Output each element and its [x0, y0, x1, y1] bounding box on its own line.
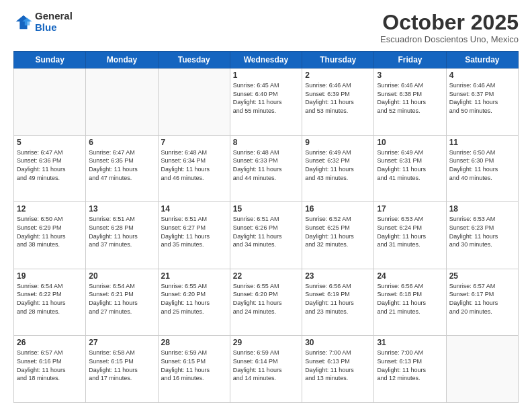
header-saturday: Saturday	[446, 52, 518, 68]
week-row-1: 5Sunrise: 6:47 AM Sunset: 6:36 PM Daylig…	[14, 135, 519, 202]
day-number-26: 26	[17, 338, 83, 347]
calendar-cell-1-6: 11Sunrise: 6:50 AM Sunset: 6:30 PM Dayli…	[446, 135, 518, 202]
day-number-2: 2	[305, 71, 371, 80]
calendar-table: Sunday Monday Tuesday Wednesday Thursday…	[13, 51, 519, 403]
day-number-16: 16	[305, 204, 371, 214]
header-tuesday: Tuesday	[158, 52, 230, 68]
day-number-6: 6	[89, 138, 154, 147]
calendar-cell-3-3: 22Sunrise: 6:55 AM Sunset: 6:20 PM Dayli…	[230, 269, 302, 336]
calendar-cell-4-0: 26Sunrise: 6:57 AM Sunset: 6:16 PM Dayli…	[14, 336, 86, 403]
day-info-7: Sunrise: 6:48 AM Sunset: 6:34 PM Dayligh…	[161, 148, 227, 182]
week-row-3: 19Sunrise: 6:54 AM Sunset: 6:22 PM Dayli…	[14, 269, 519, 336]
calendar-cell-1-2: 7Sunrise: 6:48 AM Sunset: 6:34 PM Daylig…	[158, 135, 230, 202]
day-info-17: Sunrise: 6:53 AM Sunset: 6:24 PM Dayligh…	[377, 215, 443, 248]
day-info-27: Sunrise: 6:58 AM Sunset: 6:15 PM Dayligh…	[89, 349, 154, 382]
day-number-24: 24	[377, 271, 443, 281]
logo-blue: Blue	[35, 22, 73, 34]
calendar-cell-3-0: 19Sunrise: 6:54 AM Sunset: 6:22 PM Dayli…	[14, 269, 86, 336]
calendar-cell-1-4: 9Sunrise: 6:49 AM Sunset: 6:32 PM Daylig…	[302, 135, 374, 202]
day-info-6: Sunrise: 6:47 AM Sunset: 6:35 PM Dayligh…	[89, 148, 154, 182]
day-info-30: Sunrise: 7:00 AM Sunset: 6:13 PM Dayligh…	[305, 349, 371, 382]
logo-icon	[13, 13, 32, 32]
day-number-21: 21	[161, 271, 227, 281]
calendar-cell-3-6: 25Sunrise: 6:57 AM Sunset: 6:17 PM Dayli…	[446, 269, 518, 336]
calendar-cell-0-4: 2Sunrise: 6:46 AM Sunset: 6:39 PM Daylig…	[302, 68, 374, 136]
calendar-cell-4-1: 27Sunrise: 6:58 AM Sunset: 6:15 PM Dayli…	[86, 336, 158, 403]
header-wednesday: Wednesday	[230, 52, 302, 68]
day-number-18: 18	[449, 204, 515, 214]
calendar-cell-3-5: 24Sunrise: 6:56 AM Sunset: 6:18 PM Dayli…	[374, 269, 446, 336]
calendar-cell-3-2: 21Sunrise: 6:55 AM Sunset: 6:20 PM Dayli…	[158, 269, 230, 336]
header-thursday: Thursday	[302, 52, 374, 68]
header-friday: Friday	[374, 52, 446, 68]
calendar-cell-3-4: 23Sunrise: 6:56 AM Sunset: 6:19 PM Dayli…	[302, 269, 374, 336]
day-number-5: 5	[17, 138, 83, 147]
logo: General Blue	[13, 11, 73, 33]
header-sunday: Sunday	[14, 52, 86, 68]
day-number-4: 4	[449, 71, 515, 80]
day-number-30: 30	[305, 338, 371, 347]
day-number-29: 29	[233, 338, 299, 347]
day-info-13: Sunrise: 6:51 AM Sunset: 6:28 PM Dayligh…	[89, 215, 154, 248]
day-info-4: Sunrise: 6:46 AM Sunset: 6:37 PM Dayligh…	[449, 81, 515, 115]
day-info-10: Sunrise: 6:49 AM Sunset: 6:31 PM Dayligh…	[377, 148, 443, 182]
day-info-28: Sunrise: 6:59 AM Sunset: 6:15 PM Dayligh…	[161, 349, 227, 382]
day-number-20: 20	[89, 271, 154, 281]
calendar-cell-0-2	[158, 68, 230, 136]
calendar-cell-4-5: 31Sunrise: 7:00 AM Sunset: 6:13 PM Dayli…	[374, 336, 446, 403]
header-monday: Monday	[86, 52, 158, 68]
day-info-11: Sunrise: 6:50 AM Sunset: 6:30 PM Dayligh…	[449, 148, 515, 182]
logo-text: General Blue	[35, 11, 73, 33]
day-info-1: Sunrise: 6:45 AM Sunset: 6:40 PM Dayligh…	[233, 81, 299, 115]
calendar-cell-1-1: 6Sunrise: 6:47 AM Sunset: 6:35 PM Daylig…	[86, 135, 158, 202]
calendar-cell-0-6: 4Sunrise: 6:46 AM Sunset: 6:37 PM Daylig…	[446, 68, 518, 136]
calendar-cell-4-6	[446, 336, 518, 403]
page: General Blue October 2025 Escuadron Dosc…	[0, 0, 532, 411]
calendar-cell-2-3: 15Sunrise: 6:51 AM Sunset: 6:26 PM Dayli…	[230, 202, 302, 269]
logo-general: General	[35, 11, 73, 22]
title-section: October 2025 Escuadron Doscientos Uno, M…	[380, 11, 519, 44]
calendar-header-row: Sunday Monday Tuesday Wednesday Thursday…	[14, 52, 519, 68]
day-info-26: Sunrise: 6:57 AM Sunset: 6:16 PM Dayligh…	[17, 349, 83, 382]
day-info-16: Sunrise: 6:52 AM Sunset: 6:25 PM Dayligh…	[305, 215, 371, 248]
day-number-15: 15	[233, 204, 299, 214]
day-info-18: Sunrise: 6:53 AM Sunset: 6:23 PM Dayligh…	[449, 215, 515, 248]
day-number-28: 28	[161, 338, 227, 347]
week-row-4: 26Sunrise: 6:57 AM Sunset: 6:16 PM Dayli…	[14, 336, 519, 403]
day-number-1: 1	[233, 71, 299, 80]
day-number-12: 12	[17, 204, 83, 214]
calendar-cell-0-3: 1Sunrise: 6:45 AM Sunset: 6:40 PM Daylig…	[230, 68, 302, 136]
day-info-8: Sunrise: 6:48 AM Sunset: 6:33 PM Dayligh…	[233, 148, 299, 182]
day-number-19: 19	[17, 271, 83, 281]
day-number-22: 22	[233, 271, 299, 281]
week-row-0: 1Sunrise: 6:45 AM Sunset: 6:40 PM Daylig…	[14, 68, 519, 136]
calendar-cell-4-3: 29Sunrise: 6:59 AM Sunset: 6:14 PM Dayli…	[230, 336, 302, 403]
week-row-2: 12Sunrise: 6:50 AM Sunset: 6:29 PM Dayli…	[14, 202, 519, 269]
month-title: October 2025	[380, 11, 519, 34]
day-info-9: Sunrise: 6:49 AM Sunset: 6:32 PM Dayligh…	[305, 148, 371, 182]
day-number-13: 13	[89, 204, 154, 214]
calendar-cell-4-4: 30Sunrise: 7:00 AM Sunset: 6:13 PM Dayli…	[302, 336, 374, 403]
calendar-cell-1-0: 5Sunrise: 6:47 AM Sunset: 6:36 PM Daylig…	[14, 135, 86, 202]
day-number-27: 27	[89, 338, 154, 347]
calendar-cell-0-5: 3Sunrise: 6:46 AM Sunset: 6:38 PM Daylig…	[374, 68, 446, 136]
calendar-cell-4-2: 28Sunrise: 6:59 AM Sunset: 6:15 PM Dayli…	[158, 336, 230, 403]
day-info-25: Sunrise: 6:57 AM Sunset: 6:17 PM Dayligh…	[449, 282, 515, 316]
day-info-23: Sunrise: 6:56 AM Sunset: 6:19 PM Dayligh…	[305, 282, 371, 316]
location-subtitle: Escuadron Doscientos Uno, Mexico	[380, 34, 519, 44]
day-number-7: 7	[161, 138, 227, 147]
day-info-31: Sunrise: 7:00 AM Sunset: 6:13 PM Dayligh…	[377, 349, 443, 382]
day-info-5: Sunrise: 6:47 AM Sunset: 6:36 PM Dayligh…	[17, 148, 83, 182]
calendar-cell-3-1: 20Sunrise: 6:54 AM Sunset: 6:21 PM Dayli…	[86, 269, 158, 336]
day-number-25: 25	[449, 271, 515, 281]
day-info-14: Sunrise: 6:51 AM Sunset: 6:27 PM Dayligh…	[161, 215, 227, 248]
calendar-cell-0-0	[14, 68, 86, 136]
day-info-2: Sunrise: 6:46 AM Sunset: 6:39 PM Dayligh…	[305, 81, 371, 115]
day-info-24: Sunrise: 6:56 AM Sunset: 6:18 PM Dayligh…	[377, 282, 443, 316]
calendar-cell-2-4: 16Sunrise: 6:52 AM Sunset: 6:25 PM Dayli…	[302, 202, 374, 269]
calendar-cell-2-0: 12Sunrise: 6:50 AM Sunset: 6:29 PM Dayli…	[14, 202, 86, 269]
day-info-29: Sunrise: 6:59 AM Sunset: 6:14 PM Dayligh…	[233, 349, 299, 382]
calendar-cell-2-1: 13Sunrise: 6:51 AM Sunset: 6:28 PM Dayli…	[86, 202, 158, 269]
header: General Blue October 2025 Escuadron Dosc…	[13, 11, 519, 44]
calendar-cell-1-5: 10Sunrise: 6:49 AM Sunset: 6:31 PM Dayli…	[374, 135, 446, 202]
